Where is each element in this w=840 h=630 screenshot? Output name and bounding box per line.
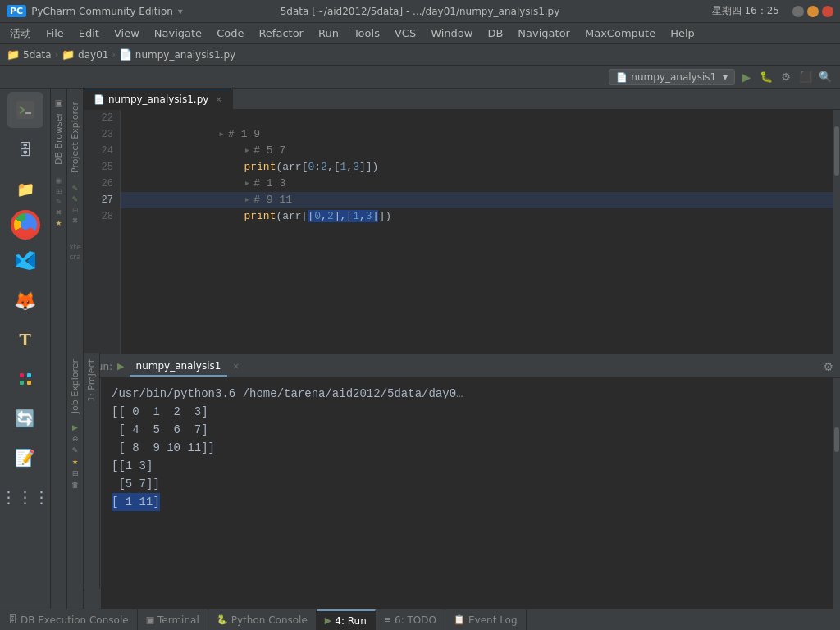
- sidebar-firefox-icon[interactable]: 🦊: [7, 282, 43, 318]
- bottom-tab-todo[interactable]: ≡ 6: TODO: [376, 609, 445, 631]
- menu-activity[interactable]: 活动: [3, 25, 38, 43]
- sidebar-apps-icon[interactable]: ⋮⋮⋮: [7, 479, 43, 515]
- db-browser-label[interactable]: DB Browser: [52, 109, 66, 168]
- menu-view[interactable]: View: [107, 25, 146, 41]
- scrollbar-thumb[interactable]: [834, 126, 839, 176]
- menu-navigator[interactable]: Navigator: [511, 25, 577, 41]
- breadcrumb-file[interactable]: numpy_analysis1.py: [135, 49, 235, 61]
- tab-close-icon[interactable]: ✕: [215, 95, 221, 104]
- menu-edit[interactable]: Edit: [72, 25, 106, 41]
- run-settings-icon[interactable]: ⚙: [823, 360, 833, 373]
- line-num-26: 26: [84, 176, 120, 192]
- menu-bar: 活动 File Edit View Navigate Code Refactor…: [0, 23, 840, 44]
- menu-maxcompute[interactable]: MaxCompute: [578, 25, 662, 41]
- line25-comment: # 1 3: [253, 177, 285, 189]
- bottom-tab-python-console[interactable]: 🐍 Python Console: [208, 609, 317, 631]
- menu-file[interactable]: File: [39, 25, 71, 41]
- line26-indent: [218, 194, 244, 206]
- svg-rect-2: [20, 373, 24, 377]
- db-browser-panel: ▣ DB Browser ◉ ⊞ ✎ ✖ ★: [51, 89, 67, 609]
- run-panel-header: Run: ▶ numpy_analysis1 ✕ ⚙: [84, 355, 840, 378]
- run-content: ▶ ▲ ▼ ↩ 📌 🗑 /usr/bin/python3.6 /home/tar…: [84, 378, 840, 609]
- terminal-icon: ▣: [146, 614, 154, 625]
- db-tool5[interactable]: ★: [55, 219, 62, 227]
- python-console-icon: 🐍: [217, 614, 228, 625]
- breadcrumb-5data[interactable]: 5data: [23, 49, 52, 61]
- breadcrumb-sep2: ›: [112, 49, 115, 60]
- minimize-btn[interactable]: [792, 6, 804, 17]
- proj-tool1[interactable]: ✎: [72, 185, 79, 193]
- code-line-22[interactable]: ▸# 1 9: [121, 110, 833, 126]
- sidebar-slack-icon[interactable]: [7, 361, 43, 397]
- breadcrumb-day01[interactable]: day01: [78, 49, 108, 61]
- bottom-tab-terminal[interactable]: ▣ Terminal: [138, 609, 208, 631]
- bottom-tab-db-console[interactable]: 🗄 DB Execution Console: [0, 609, 138, 631]
- line22-comment: # 1 9: [228, 128, 260, 140]
- run-output: /usr/bin/python3.6 /home/tarena/aid2012/…: [102, 378, 833, 609]
- db-tool1[interactable]: ◉: [56, 176, 62, 185]
- menu-navigate[interactable]: Navigate: [148, 25, 208, 41]
- output-line3: [ 8 9 10 11]]: [112, 439, 824, 457]
- run-tab-label: 4: Run: [335, 615, 367, 627]
- sidebar-vscode-icon[interactable]: [7, 243, 43, 279]
- dropdown-icon[interactable]: ▾: [178, 6, 183, 17]
- sidebar-db-icon[interactable]: 🗄: [7, 131, 43, 167]
- sidebar-folder-icon[interactable]: 📁: [7, 171, 43, 207]
- proj-tool4[interactable]: ✖: [72, 217, 79, 225]
- menu-refactor[interactable]: Refactor: [252, 25, 310, 41]
- run-scrollbar-thumb[interactable]: [834, 427, 839, 452]
- proj-tool2[interactable]: ✎: [72, 195, 79, 203]
- run-tab-close[interactable]: ✕: [232, 362, 239, 371]
- line26-comment: # 9 11: [253, 194, 292, 206]
- sidebar-notes-icon[interactable]: 📝: [7, 440, 43, 476]
- run-tab-active[interactable]: numpy_analysis1: [130, 357, 228, 377]
- run-play-button[interactable]: ▶: [738, 69, 755, 85]
- db-tool2[interactable]: ⊞: [56, 187, 62, 195]
- code-content[interactable]: ▸# 1 9 ▸# 5 7 print(arr[0:2,[1,3]]): [121, 110, 833, 354]
- maximize-btn[interactable]: [807, 6, 819, 17]
- db-tool4[interactable]: ✖: [56, 208, 62, 217]
- db-tool3[interactable]: ✎: [56, 198, 62, 206]
- run-config-dropdown[interactable]: 📄 numpy_analysis1 ▾: [609, 69, 735, 85]
- menu-tools[interactable]: Tools: [347, 25, 386, 41]
- bottom-tab-event-log[interactable]: 📋 Event Log: [445, 609, 527, 631]
- menu-code[interactable]: Code: [210, 25, 250, 41]
- svg-rect-0: [16, 101, 34, 119]
- sidebar-terminal-icon[interactable]: [7, 92, 43, 128]
- sidebar-text-icon[interactable]: T: [7, 322, 43, 358]
- sidebar-update-icon[interactable]: 🔄: [7, 400, 43, 436]
- menu-help[interactable]: Help: [664, 25, 701, 41]
- todo-icon: ≡: [384, 614, 391, 625]
- run-debug-button[interactable]: 🐛: [758, 69, 774, 85]
- close-btn[interactable]: [822, 6, 833, 17]
- code-editor[interactable]: 22 23 24 25 26 27 28 ▸# 1 9: [84, 110, 840, 354]
- project-lower-label[interactable]: 1: Project: [84, 356, 98, 405]
- editor-scrollbar[interactable]: [833, 110, 840, 354]
- output-command: /usr/bin/python3.6 /home/tarena/aid2012/…: [112, 385, 824, 403]
- db-console-label: DB Execution Console: [21, 614, 129, 626]
- run-config-bar: 📄 numpy_analysis1 ▾ ▶ 🐛 ⚙ ⬛ 🔍: [0, 66, 840, 89]
- sidebar-chrome-icon[interactable]: [11, 210, 40, 240]
- menu-db[interactable]: DB: [481, 25, 509, 41]
- line22-marker: ▸: [218, 128, 225, 140]
- clock: 星期四 16：25: [712, 4, 779, 18]
- run-profile-button[interactable]: ⚙: [778, 69, 794, 85]
- search-button[interactable]: 🔍: [817, 69, 833, 85]
- event-log-label: Event Log: [468, 614, 518, 626]
- line27-selection: [0,2],[1,3]: [308, 210, 378, 222]
- project-label[interactable]: Project Explorer: [68, 98, 82, 176]
- menu-run[interactable]: Run: [312, 25, 345, 41]
- run-stop-button[interactable]: ⬛: [797, 69, 814, 85]
- line23-comment: # 5 7: [253, 144, 285, 157]
- editor-run-container: 📄 numpy_analysis1.py ✕ 22 23 24 25 26 27: [84, 89, 840, 609]
- proj-tool3[interactable]: ⊞: [72, 206, 79, 214]
- run-scrollbar[interactable]: [833, 378, 840, 609]
- line23-marker: ▸: [244, 144, 250, 157]
- top-bar: PC PyCharm Community Edition ▾ 5data [~/…: [0, 0, 840, 23]
- menu-vcs[interactable]: VCS: [388, 25, 422, 41]
- line24-print: print: [244, 161, 276, 173]
- editor-tab-file[interactable]: 📄 numpy_analysis1.py ✕: [84, 89, 233, 109]
- bottom-tab-run[interactable]: ▶ 4: Run: [317, 609, 376, 631]
- line-num-22: 22: [84, 110, 120, 126]
- menu-window[interactable]: Window: [424, 25, 479, 41]
